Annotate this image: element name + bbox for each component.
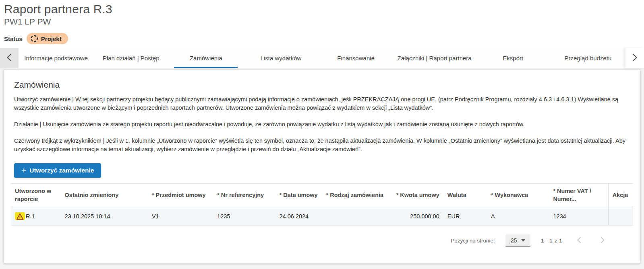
contract-date-value: 24.06.2024 [275,207,322,226]
procurement-type-value [322,207,390,226]
tab-lista-wydatkow[interactable]: Lista wydatków [243,48,318,68]
page-subtitle: PW1 LP PW [4,17,640,27]
col-contract-amount: * Kwota umowy [390,184,443,207]
status-badge: Projekt [27,33,68,44]
table-header-row: Utworzono w raporcie Ostatnio zmieniony … [11,184,633,207]
chevron-left-icon [6,53,12,64]
chevron-right-icon [632,53,638,64]
col-contract-subject: * Przedmiot umowy [148,184,213,207]
page-title: Raport partnera R.3 [4,2,640,16]
col-currency: Waluta [443,184,487,207]
procurements-table: Utworzono w raporcie Ostatnio zmieniony … [11,183,633,226]
contract-amount-value: 250.000,00 [390,207,443,226]
chevron-left-icon [577,239,582,245]
next-page-button[interactable] [596,236,609,245]
page-size-value: 25 [511,237,517,244]
tab-eksport[interactable]: Eksport [476,48,551,68]
update-warning-highlight [15,212,25,220]
vat-number-value: 1234 [549,207,608,226]
tab-zamowienia[interactable]: Zamówienia [168,48,243,68]
col-procurement-type: * Rodzaj zamówienia [322,184,390,207]
section-description-warning: Czerwony trójkąt z wykrzyknikiem | Jeśli… [14,137,630,154]
pagination: Pozycji na stronie: 25 1 - 1 z 1 [11,234,609,247]
create-procurement-button[interactable]: + Utworzyć zamówienie [14,163,101,178]
col-contractor: * Wykonawca [487,184,549,207]
col-reference-number: * Nr referencyjny [213,184,275,207]
dropdown-arrow-icon [521,239,525,242]
page-size-select[interactable]: 25 [505,234,530,247]
col-last-changed: Ostatnio zmieniony [61,184,148,207]
col-created-in-report: Utworzono w raporcie [11,184,61,207]
draft-status-icon [31,35,38,42]
page-background-strip [0,264,644,269]
tab-bar: Informacje podstawowe Plan działań | Pos… [0,48,644,68]
created-in-report-value: R.1 [26,213,35,220]
plus-icon: + [21,168,26,173]
tab-strip: Informacje podstawowe Plan działań | Pos… [19,48,625,68]
tab-finansowanie[interactable]: Finansowanie [319,48,393,68]
col-contract-date: * Data umowy [275,184,322,207]
procurement-row[interactable]: R.1 23.10.2025 10:14 V1 1235 24.06.2024 … [11,207,633,226]
tab-zalaczniki-raport-partnera[interactable]: Załączniki | Raport partnera [393,48,476,68]
action-cell [608,207,633,226]
page-header: Raport partnera R.3 PW1 LP PW Status Pro… [0,0,644,48]
last-changed-value: 23.10.2025 10:14 [61,207,148,226]
previous-page-button[interactable] [573,236,586,245]
page-range-label: 1 - 1 z 1 [541,238,562,244]
section-heading: Zamówienia [14,80,633,90]
procurements-card: Zamówienia Utworzyć zamówienie | W tej s… [3,69,641,264]
warning-triangle-icon [16,213,24,220]
tab-scroll-right-button[interactable] [625,48,644,68]
contract-subject-value: V1 [148,207,213,226]
tab-przeglad-budzetu[interactable]: Przegląd budżetu [551,48,625,68]
contractor-value: A [487,207,549,226]
tab-informacje-podstawowe[interactable]: Informacje podstawowe [19,48,93,68]
status-label: Status [4,35,23,42]
reference-number-value: 1235 [213,207,275,226]
tab-plan-dzialan-postep[interactable]: Plan działań | Postęp [93,48,168,68]
create-procurement-label: Utworzyć zamówienie [29,167,94,174]
items-per-page-label: Pozycji na stronie: [451,238,495,244]
tab-scroll-left-button[interactable] [0,48,19,68]
section-description-create: Utworzyć zamówienie | W tej sekcji partn… [14,95,630,112]
status-badge-label: Projekt [41,35,62,42]
section-description-action: Działanie | Usunięcie zamówienia ze star… [14,120,630,129]
col-vat-number: * Numer VAT / Numer... [549,184,608,207]
chevron-right-icon [600,239,605,245]
currency-value: EUR [443,207,487,226]
col-action: Akcja [608,184,633,207]
